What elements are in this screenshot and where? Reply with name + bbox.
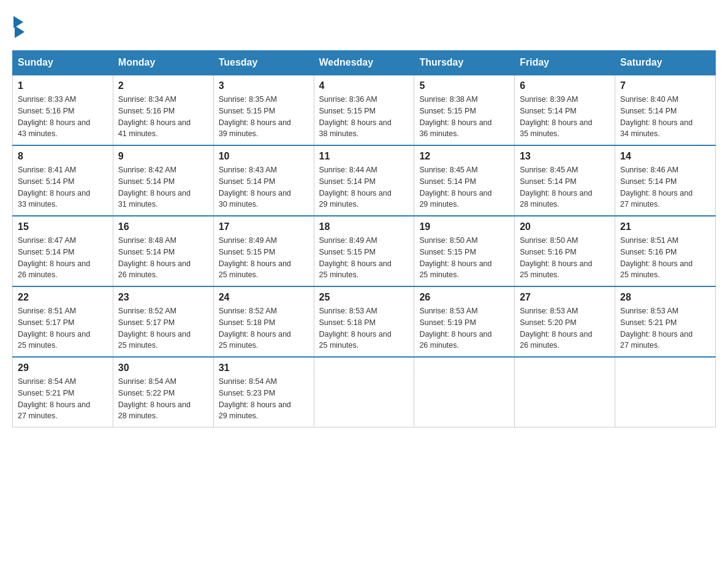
day-number: 6	[520, 80, 610, 91]
day-number: 4	[319, 80, 409, 91]
calendar-day-cell: 26 Sunrise: 8:53 AMSunset: 5:19 PMDaylig…	[414, 286, 515, 357]
day-info: Sunrise: 8:34 AMSunset: 5:16 PMDaylight:…	[118, 94, 208, 140]
day-info: Sunrise: 8:38 AMSunset: 5:15 PMDaylight:…	[419, 94, 509, 140]
day-number: 25	[319, 292, 409, 303]
header-saturday: Saturday	[615, 51, 716, 75]
day-number: 17	[219, 221, 309, 232]
day-info: Sunrise: 8:39 AMSunset: 5:14 PMDaylight:…	[520, 94, 610, 140]
day-number: 14	[620, 151, 710, 162]
day-number: 7	[620, 80, 710, 91]
calendar-day-cell	[314, 357, 414, 427]
day-number: 2	[118, 80, 208, 91]
day-number: 30	[118, 362, 208, 373]
day-number: 24	[219, 292, 309, 303]
day-number: 26	[419, 292, 509, 303]
calendar-day-cell: 14 Sunrise: 8:46 AMSunset: 5:14 PMDaylig…	[615, 145, 716, 216]
day-info: Sunrise: 8:49 AMSunset: 5:15 PMDaylight:…	[219, 235, 309, 281]
calendar-day-cell: 30 Sunrise: 8:54 AMSunset: 5:22 PMDaylig…	[113, 357, 213, 427]
calendar-day-cell: 19 Sunrise: 8:50 AMSunset: 5:15 PMDaylig…	[414, 216, 515, 286]
calendar-day-cell	[615, 357, 716, 427]
day-info: Sunrise: 8:46 AMSunset: 5:14 PMDaylight:…	[620, 164, 710, 210]
calendar-week-row: 8 Sunrise: 8:41 AMSunset: 5:14 PMDayligh…	[13, 145, 716, 216]
calendar-week-row: 15 Sunrise: 8:47 AMSunset: 5:14 PMDaylig…	[13, 216, 716, 286]
day-info: Sunrise: 8:53 AMSunset: 5:21 PMDaylight:…	[620, 305, 710, 351]
calendar-day-cell: 17 Sunrise: 8:49 AMSunset: 5:15 PMDaylig…	[213, 216, 314, 286]
calendar-day-cell: 25 Sunrise: 8:53 AMSunset: 5:18 PMDaylig…	[314, 286, 414, 357]
day-info: Sunrise: 8:49 AMSunset: 5:15 PMDaylight:…	[319, 235, 409, 281]
day-info: Sunrise: 8:51 AMSunset: 5:16 PMDaylight:…	[620, 235, 710, 281]
calendar-header-row: Sunday Monday Tuesday Wednesday Thursday…	[13, 51, 716, 75]
calendar-day-cell: 20 Sunrise: 8:50 AMSunset: 5:16 PMDaylig…	[515, 216, 615, 286]
header-sunday: Sunday	[13, 51, 113, 75]
day-number: 20	[520, 221, 610, 232]
calendar-day-cell: 8 Sunrise: 8:41 AMSunset: 5:14 PMDayligh…	[13, 145, 113, 216]
calendar-week-row: 22 Sunrise: 8:51 AMSunset: 5:17 PMDaylig…	[13, 286, 716, 357]
header-friday: Friday	[515, 51, 615, 75]
day-number: 18	[319, 221, 409, 232]
day-number: 3	[219, 80, 309, 91]
day-info: Sunrise: 8:53 AMSunset: 5:19 PMDaylight:…	[419, 305, 509, 351]
calendar-day-cell: 1 Sunrise: 8:33 AMSunset: 5:16 PMDayligh…	[13, 75, 113, 145]
day-number: 13	[520, 151, 610, 162]
day-number: 10	[219, 151, 309, 162]
day-number: 28	[620, 292, 710, 303]
calendar-day-cell: 16 Sunrise: 8:48 AMSunset: 5:14 PMDaylig…	[113, 216, 213, 286]
calendar-day-cell: 9 Sunrise: 8:42 AMSunset: 5:14 PMDayligh…	[113, 145, 213, 216]
calendar-day-cell: 31 Sunrise: 8:54 AMSunset: 5:23 PMDaylig…	[213, 357, 314, 427]
calendar-day-cell: 22 Sunrise: 8:51 AMSunset: 5:17 PMDaylig…	[13, 286, 113, 357]
day-info: Sunrise: 8:50 AMSunset: 5:15 PMDaylight:…	[419, 235, 509, 281]
day-info: Sunrise: 8:50 AMSunset: 5:16 PMDaylight:…	[520, 235, 610, 281]
calendar-day-cell: 13 Sunrise: 8:45 AMSunset: 5:14 PMDaylig…	[515, 145, 615, 216]
day-info: Sunrise: 8:53 AMSunset: 5:20 PMDaylight:…	[520, 305, 610, 351]
calendar-day-cell: 10 Sunrise: 8:43 AMSunset: 5:14 PMDaylig…	[213, 145, 314, 216]
day-info: Sunrise: 8:41 AMSunset: 5:14 PMDaylight:…	[18, 164, 108, 210]
day-info: Sunrise: 8:52 AMSunset: 5:17 PMDaylight:…	[118, 305, 208, 351]
calendar-day-cell	[414, 357, 515, 427]
calendar-day-cell: 29 Sunrise: 8:54 AMSunset: 5:21 PMDaylig…	[13, 357, 113, 427]
calendar-day-cell: 23 Sunrise: 8:52 AMSunset: 5:17 PMDaylig…	[113, 286, 213, 357]
header-thursday: Thursday	[414, 51, 515, 75]
calendar-day-cell: 24 Sunrise: 8:52 AMSunset: 5:18 PMDaylig…	[213, 286, 314, 357]
calendar-table: Sunday Monday Tuesday Wednesday Thursday…	[12, 50, 716, 427]
calendar-week-row: 1 Sunrise: 8:33 AMSunset: 5:16 PMDayligh…	[13, 75, 716, 145]
day-number: 8	[18, 151, 108, 162]
day-info: Sunrise: 8:36 AMSunset: 5:15 PMDaylight:…	[319, 94, 409, 140]
calendar-day-cell: 11 Sunrise: 8:44 AMSunset: 5:14 PMDaylig…	[314, 145, 414, 216]
calendar-day-cell: 15 Sunrise: 8:47 AMSunset: 5:14 PMDaylig…	[13, 216, 113, 286]
calendar-day-cell: 27 Sunrise: 8:53 AMSunset: 5:20 PMDaylig…	[515, 286, 615, 357]
calendar-day-cell: 6 Sunrise: 8:39 AMSunset: 5:14 PMDayligh…	[515, 75, 615, 145]
day-info: Sunrise: 8:48 AMSunset: 5:14 PMDaylight:…	[118, 235, 208, 281]
day-number: 1	[18, 80, 108, 91]
calendar-day-cell: 12 Sunrise: 8:45 AMSunset: 5:14 PMDaylig…	[414, 145, 515, 216]
calendar-day-cell: 2 Sunrise: 8:34 AMSunset: 5:16 PMDayligh…	[113, 75, 213, 145]
day-info: Sunrise: 8:40 AMSunset: 5:14 PMDaylight:…	[620, 94, 710, 140]
header-monday: Monday	[113, 51, 213, 75]
day-number: 11	[319, 151, 409, 162]
day-info: Sunrise: 8:42 AMSunset: 5:14 PMDaylight:…	[118, 164, 208, 210]
day-info: Sunrise: 8:54 AMSunset: 5:22 PMDaylight:…	[118, 376, 208, 422]
day-number: 12	[419, 151, 509, 162]
day-info: Sunrise: 8:44 AMSunset: 5:14 PMDaylight:…	[319, 164, 409, 210]
calendar-day-cell: 21 Sunrise: 8:51 AMSunset: 5:16 PMDaylig…	[615, 216, 716, 286]
day-info: Sunrise: 8:51 AMSunset: 5:17 PMDaylight:…	[18, 305, 108, 351]
day-number: 29	[18, 362, 108, 373]
page-header	[12, 12, 716, 38]
day-number: 27	[520, 292, 610, 303]
header-wednesday: Wednesday	[314, 51, 414, 75]
day-number: 9	[118, 151, 208, 162]
day-info: Sunrise: 8:45 AMSunset: 5:14 PMDaylight:…	[419, 164, 509, 210]
day-number: 19	[419, 221, 509, 232]
day-number: 16	[118, 221, 208, 232]
calendar-day-cell: 18 Sunrise: 8:49 AMSunset: 5:15 PMDaylig…	[314, 216, 414, 286]
day-info: Sunrise: 8:52 AMSunset: 5:18 PMDaylight:…	[219, 305, 309, 351]
logo	[12, 12, 26, 38]
day-info: Sunrise: 8:43 AMSunset: 5:14 PMDaylight:…	[219, 164, 309, 210]
day-number: 15	[18, 221, 108, 232]
day-info: Sunrise: 8:33 AMSunset: 5:16 PMDaylight:…	[18, 94, 108, 140]
calendar-week-row: 29 Sunrise: 8:54 AMSunset: 5:21 PMDaylig…	[13, 357, 716, 427]
calendar-day-cell	[515, 357, 615, 427]
calendar-day-cell: 4 Sunrise: 8:36 AMSunset: 5:15 PMDayligh…	[314, 75, 414, 145]
day-number: 23	[118, 292, 208, 303]
calendar-day-cell: 7 Sunrise: 8:40 AMSunset: 5:14 PMDayligh…	[615, 75, 716, 145]
day-number: 31	[219, 362, 309, 373]
